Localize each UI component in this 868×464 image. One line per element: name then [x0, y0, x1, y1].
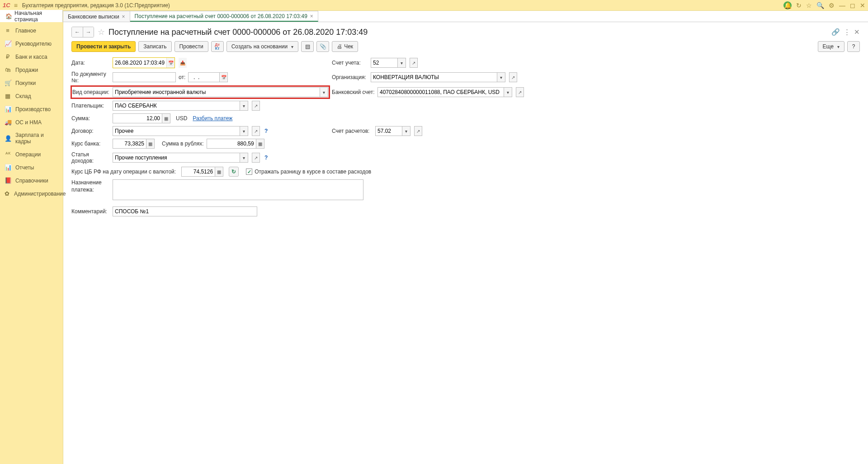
account-input[interactable] [371, 58, 398, 68]
sidebar-item-label: ОС и НМА [15, 119, 42, 126]
nav-back-button[interactable]: ← [72, 27, 83, 37]
help-icon[interactable]: ? [264, 128, 268, 134]
sidebar-item-admin[interactable]: ✿Администрирование [0, 187, 63, 200]
home-tab[interactable]: 🏠 Начальная страница [0, 10, 63, 23]
dropdown-icon[interactable]: ▾ [240, 101, 248, 111]
sidebar-item-label: Банк и касса [15, 54, 47, 60]
kebab-icon[interactable]: ⋮ [844, 28, 850, 36]
close-window-icon[interactable]: ✕ [860, 2, 865, 9]
tab-bank-statements[interactable]: Банковские выписки × [63, 11, 130, 22]
bank-rate-input[interactable] [113, 139, 146, 149]
report-icon: 📊 [5, 164, 11, 171]
calendar-button[interactable]: 📅 [220, 72, 228, 82]
load-icon[interactable]: 📥 [179, 58, 187, 68]
dropdown-icon[interactable]: ▾ [402, 126, 410, 136]
help-icon[interactable]: ? [264, 155, 268, 161]
org-input[interactable] [371, 72, 497, 82]
help-button[interactable]: ? [847, 41, 860, 52]
history-icon[interactable]: ↻ [796, 2, 802, 9]
attach-button[interactable]: 📎 [316, 41, 329, 52]
bank-account-input[interactable] [377, 87, 504, 97]
dropdown-icon[interactable]: ▾ [240, 126, 248, 136]
tab-receipt-doc[interactable]: Поступление на расчетный счет 0000-00000… [130, 11, 318, 22]
title-bar: 1C ≡ Бухгалтерия предприятия, редакция 3… [0, 0, 868, 11]
post-button[interactable]: Провести [175, 41, 208, 52]
sidebar-item-main[interactable]: ≡Главное [0, 24, 63, 37]
payer-input[interactable] [113, 101, 240, 111]
notifications-icon[interactable]: 🔔 [783, 1, 792, 9]
reflect-diff-checkbox[interactable]: ✓ [246, 169, 252, 175]
structure-button[interactable]: ▤ [301, 41, 314, 52]
bank-rate-label: Курс банка: [71, 141, 110, 147]
main-content: ← → ☆ Поступление на расчетный счет 0000… [63, 22, 868, 464]
settlement-account-input[interactable] [375, 126, 402, 136]
purpose-textarea[interactable] [113, 179, 363, 200]
refresh-rate-button[interactable]: ↻ [229, 167, 239, 177]
favorite-toggle-icon[interactable]: ☆ [98, 27, 105, 37]
dropdown-icon[interactable]: ▾ [504, 87, 512, 97]
calendar-button[interactable]: 📅 [166, 58, 175, 68]
date-input[interactable] [113, 58, 166, 68]
sidebar-item-warehouse[interactable]: ▦Склад [0, 89, 63, 103]
sidebar-item-purchases[interactable]: 🛒Покупки [0, 76, 63, 89]
sidebar-item-sales[interactable]: 🛍Продажи [0, 63, 63, 76]
dropdown-icon[interactable]: ▾ [497, 72, 505, 82]
calc-icon[interactable]: ▦ [256, 139, 264, 149]
open-button[interactable]: ↗ [252, 126, 260, 136]
post-and-close-button[interactable]: Провести и закрыть [71, 41, 136, 52]
amount-rub-input[interactable] [207, 139, 256, 149]
settings-icon[interactable]: ⚙ [829, 2, 835, 9]
income-item-input[interactable] [113, 153, 240, 163]
calc-icon[interactable]: ▦ [146, 139, 155, 149]
open-button[interactable]: ↗ [252, 101, 260, 111]
cb-rate-input[interactable] [181, 167, 215, 177]
create-based-dropdown[interactable]: Создать на основании [226, 41, 299, 52]
open-button[interactable]: ↗ [516, 87, 524, 97]
sidebar-item-production[interactable]: 📊Производство [0, 103, 63, 116]
dropdown-icon[interactable]: ▾ [240, 153, 248, 163]
sidebar-item-catalogs[interactable]: 📕Справочники [0, 174, 63, 187]
sidebar-item-hr[interactable]: 👤Зарплата и кадры [0, 129, 63, 148]
amount-rub-label: Сумма в рублях: [162, 141, 204, 147]
sidebar-item-bank[interactable]: ₽Банк и касса [0, 50, 63, 63]
nav-forward-button[interactable]: → [83, 27, 94, 37]
close-doc-icon[interactable]: ✕ [854, 28, 860, 36]
open-button[interactable]: ↗ [414, 126, 422, 136]
doc-from-input[interactable] [188, 72, 220, 82]
favorite-icon[interactable]: ☆ [806, 2, 812, 9]
amount-input[interactable] [113, 113, 162, 123]
contract-input[interactable] [113, 126, 240, 136]
op-type-input[interactable] [113, 87, 320, 97]
sidebar-item-manager[interactable]: 📈Руководителю [0, 37, 63, 50]
doc-no-input[interactable] [113, 72, 176, 82]
sidebar-item-operations[interactable]: ᴬᴷОперации [0, 148, 63, 161]
sidebar-item-reports[interactable]: 📊Отчеты [0, 161, 63, 174]
tab-label: Банковские выписки [68, 14, 119, 20]
from-label: от: [179, 74, 185, 80]
save-button[interactable]: Записать [138, 41, 171, 52]
open-button[interactable]: ↗ [509, 72, 517, 82]
menu-icon[interactable]: ≡ [14, 2, 18, 9]
dtkt-button[interactable]: ДтКт [211, 41, 224, 52]
link-icon[interactable]: 🔗 [831, 28, 840, 36]
open-button[interactable]: ↗ [410, 58, 418, 68]
person-icon: 👤 [5, 135, 11, 142]
calc-icon[interactable]: ▦ [162, 113, 170, 123]
sidebar-item-label: Склад [15, 93, 31, 99]
close-icon[interactable]: × [122, 14, 125, 20]
maximize-icon[interactable]: ◻ [850, 2, 855, 9]
purpose-label: Назначение платежа: [71, 179, 110, 193]
open-button[interactable]: ↗ [252, 153, 260, 163]
sidebar-item-assets[interactable]: 🚚ОС и НМА [0, 116, 63, 129]
dropdown-icon[interactable]: ▾ [398, 58, 406, 68]
more-dropdown[interactable]: Еще [818, 41, 844, 52]
close-icon[interactable]: × [310, 13, 313, 19]
dropdown-icon[interactable]: ▾ [320, 87, 328, 97]
split-payment-link[interactable]: Разбить платеж [193, 115, 232, 122]
search-icon[interactable]: 🔍 [816, 2, 824, 9]
minimize-icon[interactable]: — [839, 2, 845, 9]
comment-input[interactable] [113, 206, 257, 216]
calc-icon[interactable]: ▦ [215, 167, 223, 177]
doc-no-label: По документу №: [71, 71, 110, 84]
receipt-button[interactable]: 🖨Чек [332, 41, 358, 52]
